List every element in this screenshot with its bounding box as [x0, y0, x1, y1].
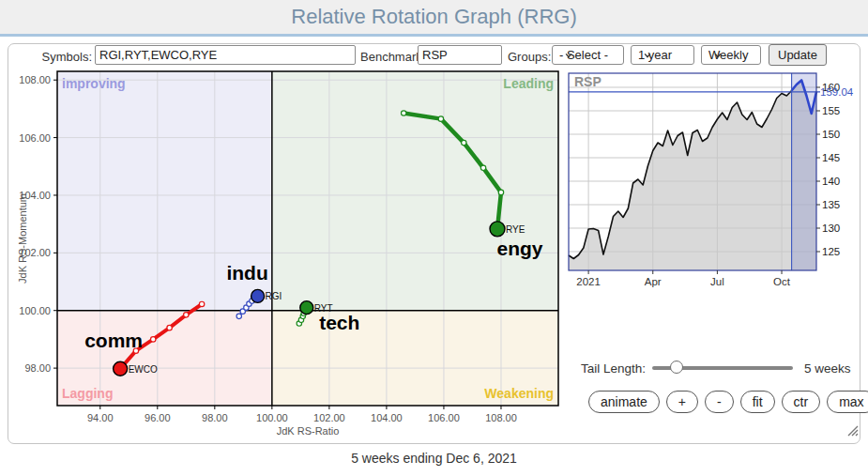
- svg-text:100.00: 100.00: [19, 305, 51, 316]
- month-label: Oct: [773, 276, 791, 287]
- page-title: Relative Rotation Graph (RRG): [0, 0, 868, 34]
- y-axis-title: JdK RS-Momentum: [17, 193, 28, 284]
- fit-button[interactable]: fit: [740, 391, 775, 413]
- svg-text:135: 135: [822, 199, 840, 210]
- group-label-indu: indu: [226, 262, 267, 284]
- month-label: Apr: [645, 276, 662, 287]
- benchmark-input[interactable]: [418, 45, 502, 65]
- svg-text:108.00: 108.00: [19, 74, 51, 85]
- rrg-app: Relative Rotation Graph (RRG) Symbols: B…: [0, 0, 868, 476]
- svg-text:130: 130: [822, 223, 840, 234]
- resize-handle[interactable]: [844, 422, 860, 438]
- rrg-chart[interactable]: improvingLeadingLaggingWeakening94.0096.…: [13, 66, 569, 441]
- quadrant-label-improving: improving: [62, 76, 126, 91]
- maximize-button[interactable]: max: [827, 391, 868, 413]
- quadrant-leading: [272, 71, 558, 311]
- animate-button[interactable]: animate: [588, 391, 660, 413]
- svg-text:125: 125: [822, 246, 840, 257]
- chevron-down-icon: [565, 52, 572, 59]
- zoom-in-button[interactable]: +: [666, 391, 698, 413]
- svg-text:140: 140: [822, 176, 840, 187]
- x-axis-title: JdK RS-Ratio: [277, 425, 340, 437]
- svg-text:145: 145: [822, 152, 840, 163]
- frequency-select[interactable]: Weekly: [701, 45, 761, 65]
- symbol-dot-RYE[interactable]: [490, 222, 505, 237]
- month-label: Jul: [710, 276, 724, 287]
- symbol-dot-RGI[interactable]: [251, 289, 265, 302]
- group-label-comm: comm: [84, 330, 143, 351]
- svg-text:102.00: 102.00: [313, 412, 345, 423]
- benchmark-chart-title: RSP: [574, 74, 602, 89]
- groups-select[interactable]: - Select -: [552, 45, 624, 65]
- svg-text:150: 150: [822, 129, 840, 140]
- chevron-down-icon: [644, 52, 651, 59]
- group-label-engy: engy: [496, 238, 542, 259]
- quadrant-label-weakening: Weakening: [484, 386, 554, 401]
- svg-text:100.00: 100.00: [256, 412, 288, 423]
- svg-text:98.00: 98.00: [202, 412, 228, 423]
- symbol-ticker-label: RYE: [506, 224, 525, 235]
- quadrant-label-leading: Leading: [503, 76, 554, 91]
- zoom-out-button[interactable]: -: [705, 391, 734, 413]
- symbol-ticker-label: RGI: [266, 291, 282, 301]
- svg-text:106.00: 106.00: [19, 132, 51, 144]
- chart-button-row: animate+-fitctrmax: [588, 391, 868, 413]
- center-button[interactable]: ctr: [782, 391, 821, 413]
- last-price-label: 159.04: [820, 86, 854, 98]
- svg-text:94.00: 94.00: [87, 412, 114, 423]
- chevron-down-icon: [714, 52, 722, 59]
- tail-length-value: 5 weeks: [804, 361, 851, 376]
- symbol-ticker-label: EWCO: [129, 364, 158, 375]
- benchmark-label: Benchmark:: [360, 50, 425, 64]
- quadrant-label-lagging: Lagging: [62, 386, 113, 401]
- page-header: Relative Rotation Graph (RRG): [0, 0, 868, 37]
- svg-text:106.00: 106.00: [428, 412, 460, 423]
- groups-label: Groups:: [508, 50, 551, 64]
- symbol-dot-RYT[interactable]: [300, 301, 313, 315]
- svg-text:98.00: 98.00: [24, 362, 51, 374]
- tail-length-label: Tail Length:: [563, 361, 646, 376]
- update-button[interactable]: Update: [769, 44, 827, 66]
- date-range-caption: 5 weeks ending Dec 6, 2021: [0, 451, 868, 466]
- symbol-dot-EWCO[interactable]: [114, 361, 128, 376]
- symbols-input[interactable]: [95, 45, 356, 65]
- svg-text:104.00: 104.00: [371, 412, 403, 423]
- benchmark-chart[interactable]: 125130135140145150155160159.042021AprJul…: [563, 66, 865, 288]
- svg-text:108.00: 108.00: [485, 412, 517, 423]
- tail-length-slider-thumb[interactable]: [670, 361, 683, 374]
- month-label: 2021: [576, 276, 601, 287]
- period-select[interactable]: 1 year: [631, 45, 694, 65]
- symbols-label: Symbols:: [38, 50, 92, 64]
- svg-text:155: 155: [822, 105, 840, 116]
- svg-text:96.00: 96.00: [145, 412, 171, 423]
- group-label-tech: tech: [319, 312, 359, 333]
